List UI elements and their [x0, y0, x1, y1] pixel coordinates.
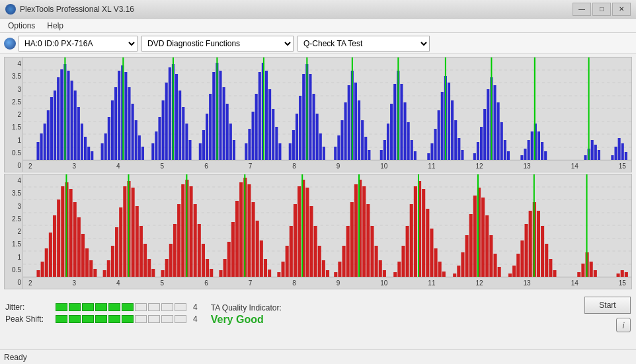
- svg-rect-209: [210, 269, 213, 277]
- top-chart-x-axis: 2 3 4 5 6 7 8 9 10 11 12 13 14 15: [23, 160, 631, 172]
- svg-rect-52: [188, 140, 191, 160]
- title-text: PlexTools Professional XL V3.16: [20, 5, 134, 14]
- svg-rect-94: [348, 85, 350, 160]
- svg-rect-79: [292, 130, 295, 160]
- jitter-seg-9: [161, 303, 173, 311]
- svg-rect-130: [487, 89, 489, 160]
- svg-rect-21: [77, 107, 80, 160]
- svg-rect-225: [277, 272, 280, 277]
- menu-help[interactable]: Help: [42, 20, 69, 32]
- main-content: 4 3.5 3 2.5 2 1.5 1 0.5 0: [0, 54, 636, 292]
- start-btn-area: Start i: [584, 297, 631, 332]
- minimize-button[interactable]: —: [573, 3, 591, 16]
- svg-rect-14: [54, 91, 56, 160]
- svg-rect-204: [189, 186, 192, 277]
- svg-rect-211: [219, 270, 222, 277]
- svg-rect-232: [305, 188, 309, 277]
- svg-rect-36: [132, 104, 134, 160]
- svg-rect-58: [212, 72, 215, 160]
- svg-rect-261: [426, 209, 429, 277]
- svg-rect-54: [199, 143, 202, 160]
- svg-rect-185: [111, 246, 114, 277]
- svg-rect-294: [581, 264, 584, 277]
- svg-rect-138: [520, 155, 523, 160]
- svg-rect-199: [169, 244, 173, 277]
- svg-rect-15: [57, 77, 60, 160]
- svg-rect-256: [406, 226, 409, 277]
- close-button[interactable]: ✕: [612, 3, 631, 16]
- top-chart: 4 3.5 3 2.5 2 1.5 1 0.5 0: [4, 57, 632, 172]
- svg-rect-140: [528, 140, 530, 160]
- drive-select[interactable]: HA:0 ID:0 PX-716A: [19, 36, 138, 52]
- svg-rect-283: [520, 240, 524, 277]
- svg-rect-254: [397, 262, 401, 277]
- svg-rect-78: [289, 143, 292, 160]
- svg-rect-150: [594, 145, 597, 160]
- svg-rect-87: [319, 133, 322, 160]
- svg-rect-127: [477, 142, 479, 160]
- svg-rect-291: [553, 270, 556, 277]
- svg-rect-132: [493, 85, 496, 160]
- status-bar: Ready: [0, 349, 636, 364]
- bottom-panel: Jitter: 4 Peak Shift:: [0, 292, 636, 337]
- top-chart-svg: [23, 57, 631, 160]
- svg-rect-212: [223, 259, 227, 277]
- svg-rect-145: [544, 151, 547, 160]
- peakshift-row: Peak Shift: 4: [5, 314, 198, 324]
- svg-rect-242: [346, 226, 350, 277]
- svg-rect-227: [286, 246, 289, 277]
- svg-rect-270: [465, 235, 469, 277]
- menu-options[interactable]: Options: [3, 20, 40, 32]
- jitter-seg-3: [82, 303, 94, 311]
- jitter-seg-4: [95, 303, 107, 311]
- start-button[interactable]: Start: [584, 297, 631, 314]
- svg-rect-96: [354, 83, 357, 160]
- svg-rect-290: [549, 259, 552, 277]
- ps-seg-5: [108, 315, 120, 323]
- jitter-seg-7: [135, 303, 147, 311]
- svg-rect-10: [40, 133, 43, 160]
- function-select[interactable]: DVD Diagnostic Functions: [141, 36, 294, 52]
- test-select[interactable]: Q-Check TA Test: [298, 36, 430, 52]
- svg-rect-60: [219, 71, 221, 160]
- jitter-seg-8: [148, 303, 160, 311]
- info-icon[interactable]: i: [616, 318, 631, 332]
- svg-rect-153: [611, 155, 614, 160]
- svg-rect-157: [625, 152, 627, 160]
- jitter-bar: [56, 303, 186, 311]
- svg-rect-287: [537, 211, 540, 277]
- svg-rect-187: [119, 207, 122, 277]
- maximize-button[interactable]: □: [592, 3, 611, 16]
- svg-rect-23: [84, 137, 87, 160]
- ta-quality-label: TA Quality Indicator:: [211, 303, 282, 312]
- svg-rect-281: [512, 266, 516, 277]
- svg-rect-116: [434, 129, 437, 160]
- svg-rect-214: [231, 222, 235, 277]
- ta-quality-section: TA Quality Indicator: Very Good: [211, 303, 282, 326]
- svg-rect-13: [50, 97, 53, 160]
- bottom-chart-x-axis: 2 3 4 5 6 7 8 9 10 11 12 13 14 15: [23, 277, 631, 289]
- svg-rect-244: [354, 184, 358, 277]
- svg-rect-151: [598, 150, 600, 160]
- svg-rect-178: [81, 234, 85, 277]
- metrics-left: Jitter: 4 Peak Shift:: [5, 303, 198, 326]
- svg-rect-102: [380, 150, 383, 160]
- svg-rect-104: [387, 124, 389, 160]
- ps-seg-8: [148, 315, 160, 323]
- svg-rect-264: [438, 262, 442, 277]
- svg-rect-139: [524, 149, 526, 160]
- svg-rect-114: [427, 153, 430, 160]
- svg-rect-81: [299, 96, 301, 160]
- svg-rect-229: [294, 204, 297, 277]
- svg-rect-67: [248, 129, 251, 160]
- svg-rect-262: [430, 229, 433, 277]
- svg-rect-278: [498, 267, 501, 277]
- svg-rect-168: [41, 262, 44, 277]
- jitter-seg-10: [175, 303, 186, 311]
- svg-rect-276: [489, 235, 493, 277]
- svg-rect-123: [457, 138, 460, 160]
- svg-rect-141: [531, 131, 534, 160]
- svg-rect-194: [147, 259, 151, 277]
- svg-rect-82: [302, 74, 305, 160]
- svg-rect-106: [393, 84, 396, 160]
